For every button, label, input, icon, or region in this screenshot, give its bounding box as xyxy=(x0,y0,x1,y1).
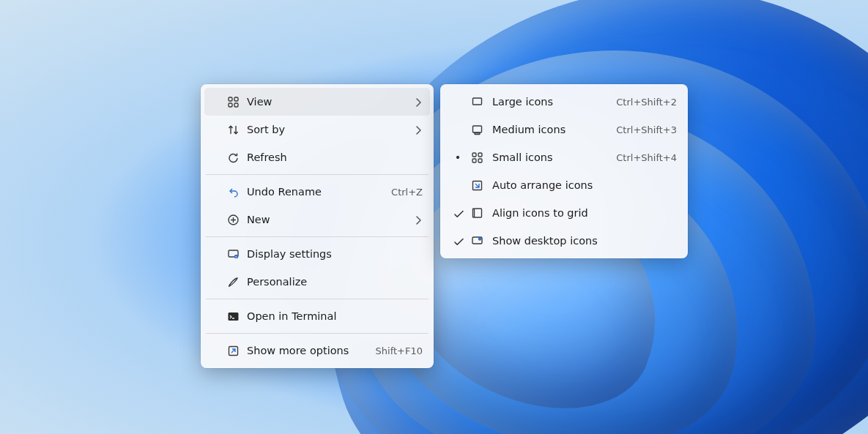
menu-item-label: New xyxy=(242,214,412,225)
refresh-icon xyxy=(223,151,242,164)
chevron-right-icon xyxy=(412,214,423,226)
plus-circle-icon xyxy=(223,214,242,226)
chevron-right-icon xyxy=(412,124,423,136)
desktop-icon xyxy=(466,235,488,247)
submenu-item-small-icons[interactable]: • Small icons Ctrl+Shift+4 xyxy=(444,143,684,171)
menu-item-label: View xyxy=(242,96,412,108)
submenu-item-medium-icons[interactable]: Medium icons Ctrl+Shift+3 xyxy=(444,116,684,143)
menu-item-label: Show more options xyxy=(242,345,376,356)
menu-item-show-more-options[interactable]: Show more options Shift+F10 xyxy=(204,337,430,364)
display-settings-icon xyxy=(223,248,242,261)
auto-arrange-icon xyxy=(466,179,488,192)
undo-icon xyxy=(223,186,242,198)
menu-item-shortcut: Ctrl+Shift+3 xyxy=(616,124,677,135)
align-grid-icon xyxy=(466,207,488,220)
brush-icon xyxy=(223,276,242,288)
menu-separator xyxy=(206,236,429,237)
menu-item-personalize[interactable]: Personalize xyxy=(204,268,430,296)
check-icon xyxy=(450,236,466,247)
desktop-context-menu: View Sort by Refresh Undo Rename Ctrl+Z … xyxy=(201,84,434,368)
grid-icon xyxy=(466,151,488,164)
menu-item-label: Display settings xyxy=(242,248,423,260)
menu-item-open-terminal[interactable]: Open in Terminal xyxy=(204,302,430,330)
expand-icon xyxy=(223,345,242,357)
medium-icons-icon xyxy=(466,124,488,136)
menu-item-view[interactable]: View xyxy=(204,88,430,116)
menu-item-label: Align icons to grid xyxy=(488,207,677,219)
submenu-item-align-to-grid[interactable]: Align icons to grid xyxy=(444,199,684,227)
menu-item-label: Personalize xyxy=(242,276,423,288)
menu-item-display-settings[interactable]: Display settings xyxy=(204,240,430,268)
menu-item-label: Show desktop icons xyxy=(488,235,677,247)
menu-separator xyxy=(206,333,429,334)
menu-item-refresh[interactable]: Refresh xyxy=(204,143,430,171)
menu-item-shortcut: Shift+F10 xyxy=(376,345,423,356)
menu-item-label: Refresh xyxy=(242,151,423,163)
menu-item-shortcut: Ctrl+Z xyxy=(391,187,423,198)
menu-item-label: Medium icons xyxy=(488,124,616,135)
view-submenu: Large icons Ctrl+Shift+2 Medium icons Ct… xyxy=(440,84,688,258)
menu-separator xyxy=(206,299,429,299)
large-icons-icon xyxy=(466,96,488,108)
menu-item-label: Undo Rename xyxy=(242,186,391,198)
menu-item-label: Small icons xyxy=(488,151,616,163)
menu-item-label: Open in Terminal xyxy=(242,310,423,322)
menu-separator xyxy=(206,174,429,175)
terminal-icon xyxy=(223,310,242,323)
menu-item-label: Large icons xyxy=(488,96,616,108)
menu-item-shortcut: Ctrl+Shift+2 xyxy=(616,97,677,108)
menu-item-undo-rename[interactable]: Undo Rename Ctrl+Z xyxy=(204,178,430,206)
submenu-item-auto-arrange[interactable]: Auto arrange icons xyxy=(444,171,684,199)
menu-item-shortcut: Ctrl+Shift+4 xyxy=(616,152,677,163)
menu-item-label: Auto arrange icons xyxy=(488,179,677,191)
radio-dot-icon: • xyxy=(450,151,466,163)
submenu-item-large-icons[interactable]: Large icons Ctrl+Shift+2 xyxy=(444,88,684,116)
menu-item-sort-by[interactable]: Sort by xyxy=(204,116,430,143)
grid-icon xyxy=(223,96,242,108)
sort-icon xyxy=(223,124,242,136)
submenu-item-show-desktop-icons[interactable]: Show desktop icons xyxy=(444,227,684,255)
menu-item-label: Sort by xyxy=(242,124,412,135)
chevron-right-icon xyxy=(412,96,423,108)
desktop-wallpaper xyxy=(0,0,868,434)
check-icon xyxy=(450,208,466,219)
menu-item-new[interactable]: New xyxy=(204,206,430,233)
